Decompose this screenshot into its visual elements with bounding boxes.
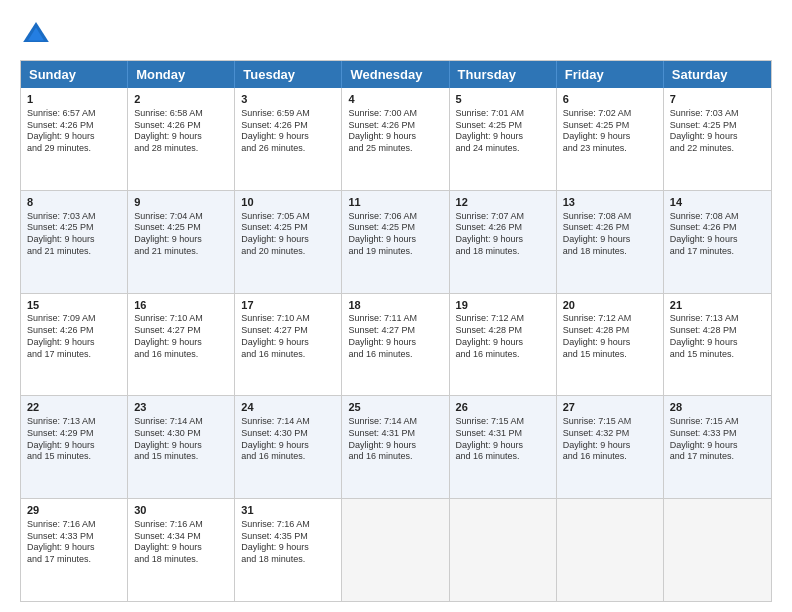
day-number: 5 — [456, 92, 550, 107]
day-number: 24 — [241, 400, 335, 415]
header-day-friday: Friday — [557, 61, 664, 88]
day-info: Sunrise: 7:00 AM Sunset: 4:26 PM Dayligh… — [348, 108, 442, 155]
day-cell-26: 26Sunrise: 7:15 AM Sunset: 4:31 PM Dayli… — [450, 396, 557, 498]
day-info: Sunrise: 6:57 AM Sunset: 4:26 PM Dayligh… — [27, 108, 121, 155]
day-info: Sunrise: 7:04 AM Sunset: 4:25 PM Dayligh… — [134, 211, 228, 258]
day-info: Sunrise: 7:15 AM Sunset: 4:31 PM Dayligh… — [456, 416, 550, 463]
day-number: 21 — [670, 298, 765, 313]
day-cell-27: 27Sunrise: 7:15 AM Sunset: 4:32 PM Dayli… — [557, 396, 664, 498]
day-number: 15 — [27, 298, 121, 313]
day-number: 25 — [348, 400, 442, 415]
day-cell-28: 28Sunrise: 7:15 AM Sunset: 4:33 PM Dayli… — [664, 396, 771, 498]
day-info: Sunrise: 7:13 AM Sunset: 4:29 PM Dayligh… — [27, 416, 121, 463]
day-number: 14 — [670, 195, 765, 210]
calendar-week-2: 15Sunrise: 7:09 AM Sunset: 4:26 PM Dayli… — [21, 293, 771, 396]
empty-cell-4-3 — [342, 499, 449, 601]
header-day-sunday: Sunday — [21, 61, 128, 88]
day-number: 29 — [27, 503, 121, 518]
day-info: Sunrise: 7:02 AM Sunset: 4:25 PM Dayligh… — [563, 108, 657, 155]
day-number: 3 — [241, 92, 335, 107]
calendar-week-0: 1Sunrise: 6:57 AM Sunset: 4:26 PM Daylig… — [21, 88, 771, 190]
day-cell-9: 9Sunrise: 7:04 AM Sunset: 4:25 PM Daylig… — [128, 191, 235, 293]
day-info: Sunrise: 7:13 AM Sunset: 4:28 PM Dayligh… — [670, 313, 765, 360]
day-cell-23: 23Sunrise: 7:14 AM Sunset: 4:30 PM Dayli… — [128, 396, 235, 498]
day-number: 26 — [456, 400, 550, 415]
empty-cell-4-4 — [450, 499, 557, 601]
calendar-body: 1Sunrise: 6:57 AM Sunset: 4:26 PM Daylig… — [21, 88, 771, 601]
logo-icon — [20, 18, 52, 50]
calendar-week-1: 8Sunrise: 7:03 AM Sunset: 4:25 PM Daylig… — [21, 190, 771, 293]
logo — [20, 18, 56, 50]
day-info: Sunrise: 7:09 AM Sunset: 4:26 PM Dayligh… — [27, 313, 121, 360]
day-cell-24: 24Sunrise: 7:14 AM Sunset: 4:30 PM Dayli… — [235, 396, 342, 498]
day-info: Sunrise: 7:10 AM Sunset: 4:27 PM Dayligh… — [134, 313, 228, 360]
day-number: 7 — [670, 92, 765, 107]
day-cell-4: 4Sunrise: 7:00 AM Sunset: 4:26 PM Daylig… — [342, 88, 449, 190]
day-cell-11: 11Sunrise: 7:06 AM Sunset: 4:25 PM Dayli… — [342, 191, 449, 293]
day-number: 10 — [241, 195, 335, 210]
day-cell-18: 18Sunrise: 7:11 AM Sunset: 4:27 PM Dayli… — [342, 294, 449, 396]
day-info: Sunrise: 7:16 AM Sunset: 4:35 PM Dayligh… — [241, 519, 335, 566]
day-number: 28 — [670, 400, 765, 415]
day-cell-22: 22Sunrise: 7:13 AM Sunset: 4:29 PM Dayli… — [21, 396, 128, 498]
empty-cell-4-6 — [664, 499, 771, 601]
day-cell-2: 2Sunrise: 6:58 AM Sunset: 4:26 PM Daylig… — [128, 88, 235, 190]
day-number: 6 — [563, 92, 657, 107]
day-info: Sunrise: 7:15 AM Sunset: 4:32 PM Dayligh… — [563, 416, 657, 463]
day-number: 27 — [563, 400, 657, 415]
day-info: Sunrise: 7:16 AM Sunset: 4:34 PM Dayligh… — [134, 519, 228, 566]
day-number: 22 — [27, 400, 121, 415]
day-number: 16 — [134, 298, 228, 313]
day-cell-8: 8Sunrise: 7:03 AM Sunset: 4:25 PM Daylig… — [21, 191, 128, 293]
header-day-monday: Monday — [128, 61, 235, 88]
day-number: 23 — [134, 400, 228, 415]
day-info: Sunrise: 7:08 AM Sunset: 4:26 PM Dayligh… — [563, 211, 657, 258]
day-info: Sunrise: 7:08 AM Sunset: 4:26 PM Dayligh… — [670, 211, 765, 258]
day-cell-19: 19Sunrise: 7:12 AM Sunset: 4:28 PM Dayli… — [450, 294, 557, 396]
day-cell-30: 30Sunrise: 7:16 AM Sunset: 4:34 PM Dayli… — [128, 499, 235, 601]
header-day-thursday: Thursday — [450, 61, 557, 88]
day-info: Sunrise: 7:06 AM Sunset: 4:25 PM Dayligh… — [348, 211, 442, 258]
day-number: 19 — [456, 298, 550, 313]
day-number: 8 — [27, 195, 121, 210]
day-info: Sunrise: 6:59 AM Sunset: 4:26 PM Dayligh… — [241, 108, 335, 155]
day-info: Sunrise: 7:12 AM Sunset: 4:28 PM Dayligh… — [456, 313, 550, 360]
day-cell-16: 16Sunrise: 7:10 AM Sunset: 4:27 PM Dayli… — [128, 294, 235, 396]
day-number: 1 — [27, 92, 121, 107]
day-cell-17: 17Sunrise: 7:10 AM Sunset: 4:27 PM Dayli… — [235, 294, 342, 396]
day-info: Sunrise: 7:11 AM Sunset: 4:27 PM Dayligh… — [348, 313, 442, 360]
day-cell-25: 25Sunrise: 7:14 AM Sunset: 4:31 PM Dayli… — [342, 396, 449, 498]
day-info: Sunrise: 7:14 AM Sunset: 4:30 PM Dayligh… — [134, 416, 228, 463]
day-info: Sunrise: 7:16 AM Sunset: 4:33 PM Dayligh… — [27, 519, 121, 566]
day-number: 17 — [241, 298, 335, 313]
day-cell-5: 5Sunrise: 7:01 AM Sunset: 4:25 PM Daylig… — [450, 88, 557, 190]
day-number: 2 — [134, 92, 228, 107]
day-number: 12 — [456, 195, 550, 210]
day-info: Sunrise: 7:12 AM Sunset: 4:28 PM Dayligh… — [563, 313, 657, 360]
day-number: 20 — [563, 298, 657, 313]
header-day-wednesday: Wednesday — [342, 61, 449, 88]
day-info: Sunrise: 7:14 AM Sunset: 4:31 PM Dayligh… — [348, 416, 442, 463]
day-cell-10: 10Sunrise: 7:05 AM Sunset: 4:25 PM Dayli… — [235, 191, 342, 293]
day-cell-31: 31Sunrise: 7:16 AM Sunset: 4:35 PM Dayli… — [235, 499, 342, 601]
day-cell-3: 3Sunrise: 6:59 AM Sunset: 4:26 PM Daylig… — [235, 88, 342, 190]
day-info: Sunrise: 7:07 AM Sunset: 4:26 PM Dayligh… — [456, 211, 550, 258]
day-number: 9 — [134, 195, 228, 210]
day-cell-7: 7Sunrise: 7:03 AM Sunset: 4:25 PM Daylig… — [664, 88, 771, 190]
day-number: 18 — [348, 298, 442, 313]
day-info: Sunrise: 7:05 AM Sunset: 4:25 PM Dayligh… — [241, 211, 335, 258]
calendar-week-3: 22Sunrise: 7:13 AM Sunset: 4:29 PM Dayli… — [21, 395, 771, 498]
calendar-week-4: 29Sunrise: 7:16 AM Sunset: 4:33 PM Dayli… — [21, 498, 771, 601]
page: SundayMondayTuesdayWednesdayThursdayFrid… — [0, 0, 792, 612]
day-number: 13 — [563, 195, 657, 210]
day-cell-13: 13Sunrise: 7:08 AM Sunset: 4:26 PM Dayli… — [557, 191, 664, 293]
day-cell-1: 1Sunrise: 6:57 AM Sunset: 4:26 PM Daylig… — [21, 88, 128, 190]
calendar-header: SundayMondayTuesdayWednesdayThursdayFrid… — [21, 61, 771, 88]
header-day-saturday: Saturday — [664, 61, 771, 88]
day-number: 4 — [348, 92, 442, 107]
day-number: 31 — [241, 503, 335, 518]
day-cell-29: 29Sunrise: 7:16 AM Sunset: 4:33 PM Dayli… — [21, 499, 128, 601]
header-day-tuesday: Tuesday — [235, 61, 342, 88]
day-info: Sunrise: 7:03 AM Sunset: 4:25 PM Dayligh… — [27, 211, 121, 258]
day-cell-20: 20Sunrise: 7:12 AM Sunset: 4:28 PM Dayli… — [557, 294, 664, 396]
